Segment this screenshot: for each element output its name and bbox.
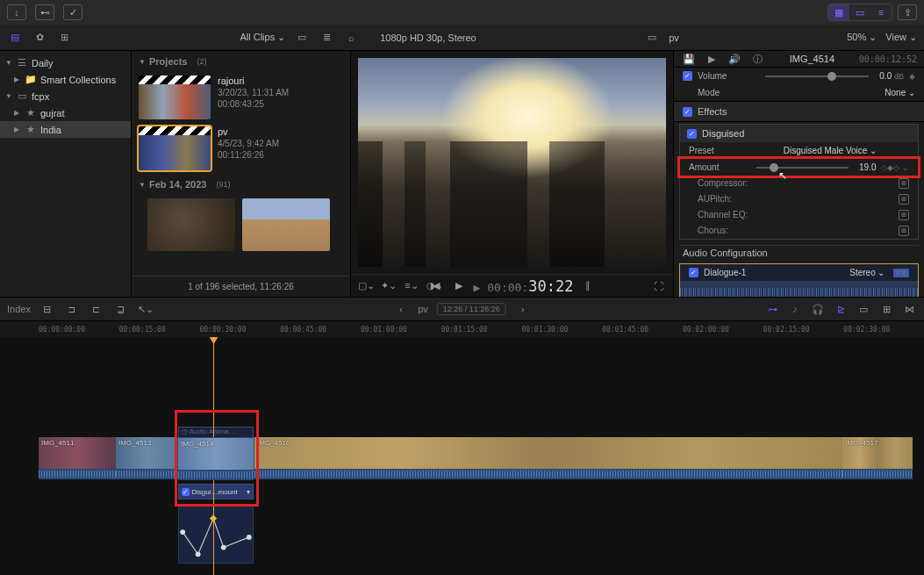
svg-point-4 (247, 535, 252, 540)
cursor-icon: ↖ (778, 169, 787, 182)
browser-status: 1 of 196 selected, 11:26:26 (132, 276, 350, 297)
clip-thumb[interactable] (147, 198, 235, 251)
effect-sub[interactable]: Chorus:⊞ (680, 223, 918, 239)
svg-point-3 (221, 545, 226, 550)
append-icon[interactable]: ⊒ (113, 301, 129, 317)
clip-4513[interactable]: IMG_4513 (116, 437, 177, 479)
next-frame-icon[interactable]: ∥ (580, 278, 596, 294)
tools-icon[interactable]: ✦⌄ (381, 278, 397, 294)
sidebar-item-india[interactable]: ▶★India (0, 121, 131, 138)
sidebar-item-daily[interactable]: ▼☰Daily (0, 54, 131, 71)
effects-browser-icon[interactable]: ⊞ (878, 301, 894, 317)
effect-sub[interactable]: Channel EQ:⊞ (680, 207, 918, 223)
date-header[interactable]: ▼Feb 14, 2023 (91) (132, 174, 350, 195)
solo-icon[interactable]: 🎧 (810, 301, 826, 317)
photos-icon[interactable]: ✿ (32, 30, 47, 46)
sidebar-item-gujrat[interactable]: ▶★gujrat (0, 104, 131, 121)
titles-icon[interactable]: ⊞ (56, 30, 72, 46)
primary-storyline[interactable]: IMG_4511 IMG_4513 IMG_4516 IMG_4517 (39, 437, 924, 479)
clip-4517[interactable]: IMG_4517 (842, 437, 913, 479)
keyword-button[interactable]: ⊷ (35, 4, 54, 20)
workspace-segments[interactable]: ▦ ▭ ≡ (827, 4, 892, 21)
filmstrip-icon[interactable]: ▭ (294, 30, 310, 46)
project-icon: ▭ (644, 30, 660, 46)
skimming-icon[interactable]: ⊶ (764, 301, 780, 317)
trim-icon[interactable]: ⊟ (39, 301, 55, 317)
audio-tab-icon[interactable]: 🔊 (727, 51, 742, 67)
video-tab-icon[interactable]: ▶ (704, 51, 720, 67)
browser-pane: ▼Projects (2) rajouri3/20/23, 11:31 AM00… (132, 51, 351, 297)
info-tab-icon[interactable]: ⓘ (749, 51, 765, 67)
library-icon[interactable]: ▤ (7, 30, 23, 46)
project-item-rajouri[interactable]: rajouri3/20/23, 11:31 AM00:08:43:25 (132, 72, 350, 123)
fullscreen-icon[interactable]: ⛶ (650, 278, 666, 294)
sidebar-item-smart[interactable]: ▶📁Smart Collections (0, 71, 131, 88)
audio-skim-icon[interactable]: ♪ (787, 301, 803, 317)
bg-tasks-button[interactable]: ✓ (63, 4, 82, 20)
volume-checkbox[interactable]: ✓ (683, 71, 692, 81)
titlebar: ↓ ⊷ ✓ ▦ ▭ ≡ ⇪ (0, 0, 924, 25)
search-icon[interactable]: ⌕ (343, 30, 359, 46)
effect-sub[interactable]: AUPitch:⊞ (680, 191, 918, 207)
viewer-timecode: ▶ 00:00:30:22 (474, 277, 574, 295)
stereo-dropdown[interactable]: Stereo ⌄ (849, 268, 885, 277)
timeline-ruler[interactable]: 00:00:00:0000:00:15:0000:00:30:0000:00:4… (0, 321, 924, 337)
timeline-toolbar: Index ⊟ ⊐ ⊏ ⊒ ↖⌄ ‹ pv 12:26 / 11:26:26 ›… (0, 297, 924, 321)
index-button[interactable]: Index (7, 304, 31, 314)
format-label: 1080p HD 30p, Stereo (380, 32, 476, 43)
clip-thumbs[interactable] (132, 195, 350, 255)
keyframe-controls[interactable]: ◇◆◇ ⌄ (881, 163, 909, 172)
prev-edit-icon[interactable]: ‹ (393, 301, 409, 317)
clips-filter-button[interactable]: All Clips ⌄ (240, 32, 285, 43)
clip-4516[interactable]: IMG_4516 (254, 437, 842, 479)
layout-2-icon[interactable]: ▭ (849, 4, 870, 20)
projects-header[interactable]: ▼Projects (2) (132, 51, 350, 72)
viewer-canvas[interactable] (358, 58, 666, 267)
color-icon[interactable]: ◑⌄ (426, 278, 442, 294)
audio-config-header: Audio Configuration (674, 246, 924, 260)
viewer-controls: ▢⌄ ✦⌄ ≡⌄ ◑⌄ ◀ ▶ ▶ 00:00:30:22 ∥ ⛶ (351, 274, 673, 297)
effect-sub[interactable]: Compressor:⊞ (680, 176, 918, 191)
transitions-icon[interactable]: ⋈ (901, 301, 917, 317)
inspector-title: IMG_4514 (772, 54, 852, 64)
volume-row[interactable]: ✓ Volume 0.0 dB ◆ (674, 68, 924, 84)
project-item-pv[interactable]: pv4/5/23, 9:42 AM00:11:26:26 (132, 123, 350, 174)
zoom-button[interactable]: 50% ⌄ (847, 32, 877, 43)
preset-row[interactable]: Preset Disguised Male Voice ⌄ (680, 142, 918, 159)
sidebar-item-fcpx[interactable]: ▼▭fcpx (0, 88, 131, 104)
amount-row[interactable]: Amount 19.0 ◇◆◇ ⌄ ↖ (680, 159, 918, 176)
amount-slider[interactable] (756, 167, 849, 169)
effect-disguised: ✓Disguised Preset Disguised Male Voice ⌄… (679, 124, 919, 240)
share-button[interactable]: ⇪ (898, 4, 917, 20)
next-edit-icon[interactable]: › (515, 301, 531, 317)
clip-thumb[interactable] (242, 198, 330, 251)
transform-icon[interactable]: ▢⌄ (358, 278, 374, 294)
keyframe-graph[interactable] (178, 506, 254, 564)
layout-1-icon[interactable]: ▦ (828, 4, 849, 20)
clip-4511[interactable]: IMG_4511 (39, 437, 116, 479)
timeline-range: 12:26 / 11:26:26 (437, 303, 506, 315)
retime-icon[interactable]: ≡⌄ (404, 278, 419, 294)
connect-icon[interactable]: ⊐ (64, 301, 80, 317)
mode-row[interactable]: Mode None ⌄ (674, 84, 924, 101)
layout-3-icon[interactable]: ≡ (870, 4, 892, 20)
timeline[interactable]: IMG_4511 IMG_4513 IMG_4516 IMG_4517 ◷ Au… (0, 337, 924, 575)
snap-icon[interactable]: ⊵ (833, 301, 849, 317)
play-icon[interactable]: ▶ (451, 278, 467, 294)
viewer-pane: ▢⌄ ✦⌄ ≡⌄ ◑⌄ ◀ ▶ ▶ 00:00:30:22 ∥ ⛶ (351, 51, 674, 297)
project-name: pv (669, 32, 679, 43)
effects-header[interactable]: ✓Effects (674, 101, 924, 122)
preset-value[interactable]: Disguised Male Voice ⌄ (784, 146, 877, 155)
inspector-duration: 00:00:12:52 (859, 54, 917, 64)
effect-header[interactable]: ✓Disguised (680, 125, 918, 142)
arrow-tool-icon[interactable]: ↖⌄ (138, 301, 154, 317)
import-button[interactable]: ↓ (7, 4, 26, 20)
insert-icon[interactable]: ⊏ (89, 301, 104, 317)
save-icon[interactable]: 💾 (681, 51, 697, 67)
list-icon[interactable]: ≣ (319, 30, 334, 46)
tl-layout-icon[interactable]: ▭ (856, 301, 871, 317)
library-sidebar: ▼☰Daily ▶📁Smart Collections ▼▭fcpx ▶★guj… (0, 51, 132, 297)
view-menu[interactable]: View ⌄ (885, 32, 917, 43)
volume-slider[interactable] (765, 75, 869, 77)
highlight-box (175, 410, 259, 507)
